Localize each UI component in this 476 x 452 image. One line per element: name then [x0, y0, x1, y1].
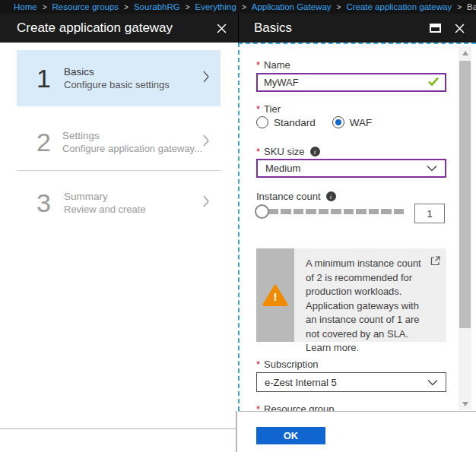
- required-asterisk: *: [256, 103, 260, 115]
- step-divider: [17, 170, 221, 171]
- breadcrumb-separator: >: [242, 3, 246, 11]
- radio-waf[interactable]: [332, 116, 344, 128]
- step-title: Basics: [64, 66, 202, 77]
- sku-size-value: Medium: [265, 163, 427, 174]
- step-number: 2: [36, 128, 61, 157]
- sku-size-select[interactable]: Medium: [256, 159, 446, 178]
- breadcrumb-separator: >: [43, 3, 47, 11]
- required-asterisk: *: [256, 359, 260, 370]
- chevron-right-icon: [202, 134, 210, 150]
- maximize-icon[interactable]: [429, 22, 441, 34]
- radio-standard[interactable]: [256, 116, 268, 128]
- tier-label: * Tier: [256, 103, 281, 115]
- create-gateway-blade-header: Create application gateway: [0, 14, 238, 43]
- vertical-scrollbar: [459, 47, 471, 410]
- info-icon[interactable]: i: [326, 191, 336, 201]
- step-settings[interactable]: 2 Settings Configure application gateway…: [17, 119, 221, 166]
- step-number: 1: [36, 64, 62, 93]
- radio-standard-label[interactable]: Standard: [274, 117, 316, 128]
- step-subtitle: Configure application gateway...: [62, 143, 202, 154]
- step-basics[interactable]: 1 Basics Configure basic settings: [17, 50, 221, 106]
- name-label: * Name: [256, 59, 290, 71]
- basics-blade-title: Basics: [254, 21, 429, 36]
- chevron-down-icon: [427, 163, 437, 174]
- warning-message-area: A minimum instance count of 2 is recomme…: [294, 248, 446, 342]
- scroll-up-icon[interactable]: [459, 47, 471, 59]
- subscription-value: e-Zest Internal 5: [265, 377, 427, 388]
- breadcrumb-link-home[interactable]: Home: [14, 2, 37, 11]
- required-asterisk: *: [256, 146, 260, 157]
- warning-icon-column: !: [256, 248, 294, 342]
- breadcrumb-link-create-application-gateway[interactable]: Create application gateway: [346, 2, 452, 11]
- subscription-select[interactable]: e-Zest Internal 5: [256, 372, 446, 392]
- exclamation-glyph: !: [262, 290, 288, 303]
- tier-radio-group: Standard WAF: [256, 116, 372, 128]
- required-asterisk: *: [256, 403, 260, 411]
- instance-count-slider-track[interactable]: [268, 209, 404, 214]
- sla-warning-banner: ! A minimum instance count of 2 is recom…: [256, 248, 446, 342]
- breadcrumb-link-sourabhrg[interactable]: SourabhRG: [134, 2, 180, 11]
- close-icon[interactable]: [453, 22, 465, 34]
- step-title: Summary: [64, 191, 202, 202]
- breadcrumb-link-resource-groups[interactable]: Resource groups: [52, 2, 119, 11]
- radio-waf-label[interactable]: WAF: [350, 117, 373, 128]
- blade-edge-divider: [236, 411, 237, 452]
- create-gateway-blade-body: 1 Basics Configure basic settings 2 Sett…: [0, 43, 238, 452]
- sku-size-label: * SKU size i: [256, 146, 320, 157]
- info-icon[interactable]: i: [310, 147, 320, 156]
- breadcrumb-separator: >: [337, 3, 341, 11]
- breadcrumb-link-everything[interactable]: Everything: [195, 2, 236, 11]
- basics-blade-header: Basics: [238, 14, 476, 43]
- step-title: Settings: [62, 130, 202, 141]
- basics-form: * Name MyWAF * Tier Standard WAF: [238, 43, 476, 411]
- name-input[interactable]: MyWAF: [256, 73, 446, 92]
- left-footer-divider: [0, 428, 236, 429]
- scroll-down-icon[interactable]: [459, 398, 471, 410]
- valid-check-icon: [428, 77, 439, 88]
- step-subtitle: Configure basic settings: [64, 79, 202, 90]
- chevron-down-icon: [427, 377, 438, 388]
- scrollbar-thumb[interactable]: [459, 61, 471, 328]
- basics-blade-body: * Name MyWAF * Tier Standard WAF: [238, 43, 476, 452]
- open-external-icon[interactable]: [430, 255, 440, 269]
- breadcrumb-separator: >: [186, 3, 190, 11]
- breadcrumb-current: Basics: [467, 2, 476, 11]
- breadcrumb: Home > Resource groups > SourabhRG > Eve…: [0, 0, 476, 14]
- breadcrumb-link-application-gateway[interactable]: Application Gateway: [252, 2, 332, 11]
- instance-count-value: 1: [427, 208, 432, 220]
- breadcrumb-separator: >: [457, 3, 462, 11]
- chevron-right-icon: [202, 194, 210, 211]
- required-asterisk: *: [256, 59, 260, 71]
- name-input-value: MyWAF: [264, 77, 428, 88]
- warning-triangle-icon: !: [262, 284, 288, 307]
- close-icon[interactable]: [215, 22, 227, 34]
- resource-group-label: * Resource group: [256, 403, 335, 411]
- azure-portal-screen: Home > Resource groups > SourabhRG > Eve…: [0, 0, 476, 452]
- breadcrumb-separator: >: [124, 3, 129, 11]
- subscription-label: * Subscription: [256, 359, 319, 370]
- step-number: 3: [36, 188, 62, 218]
- basics-blade-footer: OK: [238, 411, 476, 452]
- instance-count-value-box[interactable]: 1: [414, 204, 445, 223]
- instance-count-label: Instance count i: [256, 191, 336, 202]
- step-summary[interactable]: 3 Summary Review and create: [17, 179, 221, 226]
- chevron-right-icon: [202, 70, 210, 87]
- step-subtitle: Review and create: [64, 204, 202, 215]
- instance-count-slider-handle[interactable]: [255, 204, 269, 219]
- warning-text: A minimum instance count of 2 is recomme…: [306, 257, 427, 356]
- create-gateway-blade-title: Create application gateway: [17, 21, 215, 36]
- ok-button[interactable]: OK: [256, 427, 325, 444]
